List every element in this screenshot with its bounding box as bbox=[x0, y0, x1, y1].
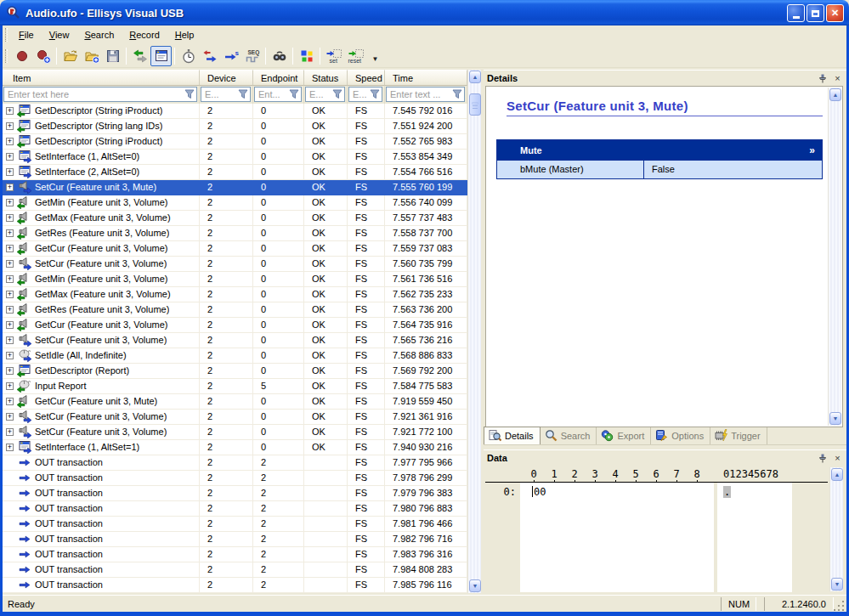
expand-plus-icon[interactable]: + bbox=[6, 352, 14, 359]
tab-trigger[interactable]: Trigger bbox=[710, 427, 767, 444]
close-button[interactable]: ✕ bbox=[826, 4, 844, 22]
column-header-item[interactable]: Item bbox=[3, 70, 200, 86]
expand-plus-icon[interactable]: + bbox=[6, 444, 14, 451]
expand-plus-icon[interactable]: + bbox=[6, 107, 14, 115]
ascii-char[interactable]: . bbox=[723, 486, 731, 498]
menu-view[interactable]: View bbox=[42, 27, 77, 42]
find-button[interactable] bbox=[269, 46, 290, 66]
table-row[interactable]: OUT transaction22FS7.985 796 116 bbox=[3, 578, 467, 593]
table-row[interactable]: OUT transaction22FS7.977 795 966 bbox=[3, 455, 467, 471]
column-header-time[interactable]: Time bbox=[385, 70, 467, 86]
expand-plus-icon[interactable]: + bbox=[6, 245, 14, 252]
filter-funnel-icon[interactable] bbox=[236, 88, 250, 100]
scroll-up-button[interactable]: ▲ bbox=[831, 468, 843, 481]
maximize-button[interactable] bbox=[807, 4, 824, 22]
menu-help[interactable]: Help bbox=[167, 27, 202, 42]
table-row[interactable]: OUT transaction22FS7.982 796 716 bbox=[3, 532, 467, 547]
expand-plus-icon[interactable]: + bbox=[6, 291, 14, 298]
instant-view-button[interactable] bbox=[150, 46, 172, 66]
table-row[interactable]: +GetDescriptor (String iProduct)20OKFS7.… bbox=[3, 134, 467, 150]
filter-input-speed[interactable]: E... bbox=[348, 87, 382, 102]
filter-funnel-icon[interactable] bbox=[368, 88, 382, 100]
expand-plus-icon[interactable]: + bbox=[6, 398, 14, 405]
set-button[interactable]: set bbox=[323, 46, 344, 66]
open-new-button[interactable] bbox=[81, 46, 102, 66]
resize-grip[interactable] bbox=[834, 601, 845, 612]
timing-button[interactable] bbox=[178, 46, 199, 66]
expand-plus-icon[interactable]: + bbox=[6, 428, 14, 436]
expand-plus-icon[interactable]: + bbox=[6, 260, 14, 268]
navigate-button[interactable] bbox=[129, 46, 150, 66]
seq-view-button[interactable]: SEQ bbox=[241, 46, 263, 66]
details-group-header[interactable]: Mute » bbox=[497, 140, 822, 160]
table-row[interactable]: +SetCur (Feature unit 3, Volume)20OKFS7.… bbox=[3, 257, 467, 272]
scroll-up-button[interactable]: ▲ bbox=[469, 71, 481, 83]
filter-funnel-icon[interactable] bbox=[183, 88, 196, 100]
expand-plus-icon[interactable]: + bbox=[6, 153, 14, 161]
toolbar-grip[interactable] bbox=[5, 49, 8, 63]
expand-plus-icon[interactable]: + bbox=[6, 336, 14, 344]
table-row[interactable]: +SetCur (Feature unit 3, Volume)20OKFS7.… bbox=[3, 333, 467, 348]
scroll-up-button[interactable]: ▲ bbox=[829, 88, 841, 101]
expand-plus-icon[interactable]: + bbox=[6, 321, 14, 329]
open-button[interactable] bbox=[59, 46, 81, 66]
table-scrollbar[interactable]: ▲ ▼ bbox=[467, 70, 481, 593]
filter-input-device[interactable]: E... bbox=[201, 87, 251, 102]
table-row[interactable]: OUT transaction22FS7.979 796 383 bbox=[3, 486, 467, 501]
menu-grip[interactable] bbox=[5, 28, 8, 42]
table-row[interactable]: +GetRes (Feature unit 3, Volume)20OKFS7.… bbox=[3, 302, 467, 318]
table-row[interactable]: +SetCur (Feature unit 3, Volume)20OKFS7.… bbox=[3, 410, 467, 425]
table-row[interactable]: OUT transaction22FS7.980 796 883 bbox=[3, 501, 467, 517]
chevron-right-icon[interactable]: » bbox=[809, 144, 815, 156]
hex-viewer[interactable]: 012345678 012345678 0: 00 . bbox=[484, 466, 846, 593]
reset-button[interactable]: reset bbox=[344, 46, 365, 66]
hex-ascii-area[interactable] bbox=[717, 483, 792, 592]
table-row[interactable]: +GetDescriptor (Report)20OKFS7.569 792 2… bbox=[3, 364, 467, 379]
table-row[interactable]: OUT transaction22FS7.984 808 283 bbox=[3, 562, 467, 578]
details-close-icon[interactable]: × bbox=[831, 72, 844, 84]
tab-options[interactable]: Options bbox=[651, 427, 710, 444]
tab-details[interactable]: Details bbox=[484, 427, 541, 444]
table-row[interactable]: +SetIdle (All, Indefinite)20OKFS7.568 88… bbox=[3, 348, 467, 364]
expand-plus-icon[interactable]: + bbox=[6, 413, 14, 421]
expand-plus-icon[interactable]: + bbox=[6, 214, 14, 222]
transactions-button[interactable] bbox=[199, 46, 220, 66]
column-header-speed[interactable]: Speed bbox=[348, 70, 385, 86]
table-row[interactable]: +SetInterface (1, AltSet=1)20OKFS7.940 9… bbox=[3, 440, 467, 455]
pin-icon[interactable] bbox=[816, 72, 829, 84]
data-close-icon[interactable]: × bbox=[831, 452, 844, 464]
table-row[interactable]: +GetCur (Feature unit 3, Volume)20OKFS7.… bbox=[3, 241, 467, 257]
tab-export[interactable]: Export bbox=[597, 427, 651, 444]
table-row[interactable]: +GetCur (Feature unit 3, Mute)20OKFS7.91… bbox=[3, 394, 467, 410]
expand-plus-icon[interactable]: + bbox=[6, 122, 14, 130]
table-row[interactable]: +SetCur (Feature unit 3, Mute)20OKFS7.55… bbox=[3, 180, 467, 195]
column-header-status[interactable]: Status bbox=[304, 70, 348, 86]
scroll-down-button[interactable]: ▼ bbox=[469, 579, 481, 592]
column-header-endpoint[interactable]: Endpoint bbox=[253, 70, 304, 86]
record-new-button[interactable] bbox=[32, 46, 54, 66]
expand-plus-icon[interactable]: + bbox=[6, 138, 14, 145]
pin-icon[interactable] bbox=[816, 452, 829, 464]
table-row[interactable]: +GetCur (Feature unit 3, Volume)20OKFS7.… bbox=[3, 318, 467, 333]
table-row[interactable]: +SetInterface (2, AltSet=0)20OKFS7.554 7… bbox=[3, 165, 467, 180]
toolbar-overflow[interactable]: ▼ bbox=[365, 46, 387, 66]
details-scrollbar[interactable]: ▲ ▼ bbox=[828, 88, 841, 426]
expand-plus-icon[interactable]: + bbox=[6, 382, 14, 390]
scroll-thumb[interactable] bbox=[469, 93, 481, 116]
expand-plus-icon[interactable]: + bbox=[6, 275, 14, 283]
menu-file[interactable]: File bbox=[11, 27, 42, 42]
filter-funnel-icon[interactable] bbox=[331, 88, 344, 100]
scroll-down-button[interactable]: ▼ bbox=[829, 412, 841, 425]
table-row[interactable]: +GetMax (Feature unit 3, Volume)20OKFS7.… bbox=[3, 211, 467, 226]
expand-plus-icon[interactable]: + bbox=[6, 199, 14, 206]
table-row[interactable]: OUT transaction22FS7.978 796 299 bbox=[3, 471, 467, 486]
table-row[interactable]: +GetMin (Feature unit 3, Volume)20OKFS7.… bbox=[3, 272, 467, 287]
menu-record[interactable]: Record bbox=[122, 27, 167, 42]
minimize-button[interactable] bbox=[787, 4, 805, 22]
table-row[interactable]: +GetMax (Feature unit 3, Volume)20OKFS7.… bbox=[3, 287, 467, 302]
expand-plus-icon[interactable]: + bbox=[6, 306, 14, 314]
hex-byte[interactable]: 00 bbox=[534, 486, 546, 498]
hex-bytes-area[interactable] bbox=[520, 483, 714, 592]
table-row[interactable]: OUT transaction22FS7.983 796 316 bbox=[3, 547, 467, 562]
expand-plus-icon[interactable]: + bbox=[6, 168, 14, 176]
